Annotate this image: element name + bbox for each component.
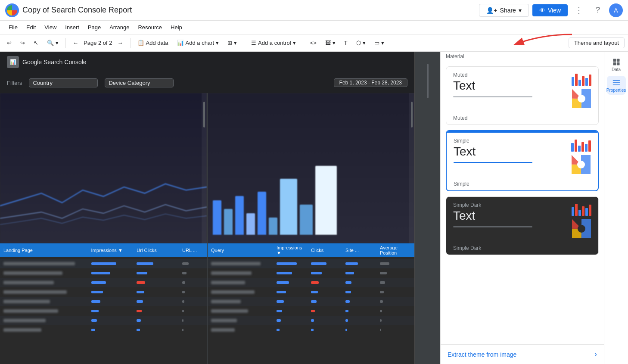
simple-bar-5 (585, 144, 588, 152)
scroll-handle-1[interactable] (202, 93, 207, 243)
simple-mini-bars (571, 138, 591, 152)
line-chart-bg (0, 93, 207, 243)
dark-bar-4 (582, 206, 584, 216)
zoom-button[interactable]: 🔍 ▾ (44, 38, 62, 48)
muted-bar-1 (572, 77, 574, 86)
add-control-button[interactable]: ☰ Add a control ▾ (248, 38, 299, 48)
charts-grid (0, 93, 414, 243)
code-button[interactable]: <> (307, 38, 320, 48)
q-bar-5 (277, 272, 292, 274)
scroll-handle-2[interactable] (409, 93, 414, 243)
prev-page-button[interactable]: ← (69, 38, 82, 48)
shape-button[interactable]: ⬡ ▾ (353, 38, 369, 48)
grid-chevron: ▾ (234, 40, 237, 46)
cell-bar-16 (182, 310, 184, 312)
q-cell-8 (211, 328, 235, 332)
table-row (208, 306, 414, 316)
cell-bar-3 (182, 262, 189, 265)
grid-button[interactable]: ⊞ ▾ (224, 38, 240, 48)
report-logo: 📊 (7, 56, 19, 68)
q-bar-20 (277, 310, 282, 312)
table-row (0, 306, 207, 316)
q-bar-8 (380, 272, 387, 274)
simple-dark-bottom-label: Simple Dark (446, 243, 598, 255)
help-button[interactable]: ? (590, 3, 606, 18)
date-range-button[interactable]: Feb 1, 2023 - Feb 28, 2023 (334, 78, 407, 87)
simple-dark-label: Simple Dark (453, 202, 566, 208)
prev-page-icon: ← (73, 40, 78, 46)
simple-theme-inner: Simple Text (447, 133, 598, 179)
redo-button[interactable]: ↪ (17, 38, 28, 48)
data-panel-button[interactable]: Data (607, 55, 626, 74)
avatar[interactable]: A (609, 3, 623, 17)
q-cell-1 (211, 262, 261, 265)
bar-8 (300, 205, 313, 235)
q-cell-6 (211, 309, 248, 313)
menu-resource[interactable]: Resource (134, 22, 165, 32)
bar-6 (269, 218, 277, 235)
menu-help[interactable]: Help (167, 22, 186, 32)
table-row (0, 325, 207, 335)
more-options-button[interactable]: ⋮ (571, 3, 587, 18)
cell-blur-5 (3, 300, 50, 303)
cursor-button[interactable]: ↖ (30, 38, 42, 48)
country-filter-wrapper: Country (29, 78, 98, 87)
table-row (208, 268, 414, 278)
add-chart-button[interactable]: 📊 Add a chart ▾ (174, 38, 223, 48)
cell-bar-5 (137, 272, 147, 274)
svg-rect-16 (616, 62, 619, 65)
view-button[interactable]: 👁 View (532, 4, 568, 16)
menu-view[interactable]: View (41, 22, 60, 32)
theme-panel: Material Muted Text (440, 52, 604, 364)
app-title: Copy of Search Console Report (22, 6, 476, 15)
simple-bar-1 (571, 143, 574, 152)
svg-rect-13 (613, 59, 616, 62)
simple-dark-theme-card[interactable]: Simple Dark Text (446, 196, 599, 255)
menu-arrange[interactable]: Arrange (106, 22, 133, 32)
muted-bar-6 (589, 75, 591, 86)
add-data-icon: 📋 (137, 40, 144, 46)
q-bar-21 (345, 310, 348, 312)
col-site: Site ... (345, 248, 376, 253)
simple-theme-card[interactable]: Simple Text (446, 130, 599, 191)
properties-panel-button[interactable]: Properties (607, 76, 626, 95)
q-cell-5 (211, 300, 241, 303)
extract-theme-button[interactable]: Extract theme from image › (441, 344, 604, 364)
share-chevron-icon: ▾ (519, 7, 522, 14)
next-page-button[interactable]: → (114, 38, 127, 48)
border-button[interactable]: ▭ ▾ (371, 38, 388, 48)
dark-bar-2 (575, 204, 578, 216)
share-button[interactable]: 👤+ Share ▾ (479, 4, 529, 17)
text-button[interactable]: T (341, 38, 351, 48)
image-button[interactable]: 🖼 ▾ (322, 38, 339, 48)
page-indicator: Page 2 of 2 (84, 40, 112, 46)
q-bar-26 (380, 319, 382, 322)
properties-label: Properties (606, 88, 626, 93)
q-bar-23 (277, 319, 281, 322)
country-filter[interactable]: Country (29, 78, 98, 87)
cell-bar-11 (182, 291, 185, 293)
menu-edit[interactable]: Edit (23, 22, 39, 32)
cell-bar-2 (137, 262, 153, 265)
menu-page[interactable]: Page (84, 22, 104, 32)
svg-point-12 (578, 225, 585, 233)
menu-file[interactable]: File (5, 22, 21, 32)
border-chevron: ▾ (381, 40, 384, 46)
help-icon: ? (596, 6, 600, 15)
undo-button[interactable]: ↩ (3, 38, 15, 48)
bar-5 (258, 192, 266, 235)
menu-insert[interactable]: Insert (62, 22, 83, 32)
tables-grid: Landing Page Impressions ▼ Url Clicks UR… (0, 243, 414, 364)
app-logo-graphic (7, 5, 17, 16)
q-bar-28 (311, 329, 314, 331)
add-data-button[interactable]: 📋 Add data (134, 38, 172, 48)
redo-icon: ↪ (20, 40, 25, 46)
theme-layout-button[interactable]: Theme and layout (569, 37, 625, 48)
image-chevron: ▾ (333, 40, 336, 46)
toolbar-divider-3 (244, 38, 244, 48)
table-row (0, 316, 207, 325)
device-category-filter[interactable]: Device Category (105, 78, 174, 87)
muted-theme-inner: Muted Text (446, 67, 598, 113)
q-bar-24 (311, 319, 314, 322)
muted-theme-card[interactable]: Muted Text (446, 66, 599, 125)
